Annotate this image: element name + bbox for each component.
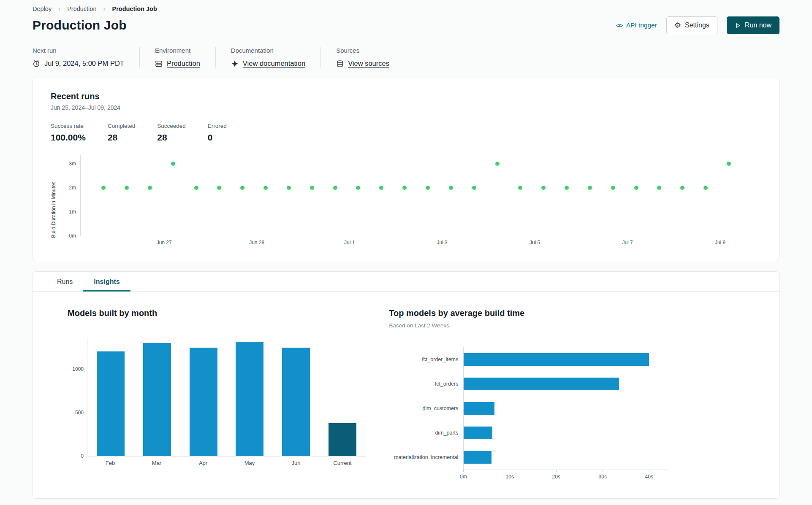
build-duration-scatter-chart: Jun 27Jun 29Jul 1Jul 3Jul 5Jul 7Jul 90m1… (57, 151, 761, 251)
scatter-plot-area: Jun 27Jun 29Jul 1Jul 3Jul 5Jul 7Jul 9 (80, 155, 754, 236)
view-documentation-link[interactable]: View documentation (243, 59, 305, 68)
y-tick-label: 2m (57, 185, 76, 191)
gear-icon: ⚙ (674, 22, 681, 29)
environment-section: Environment Production (139, 47, 215, 68)
top-models-hbar-chart: fct_order_itemsfct_ordersdim_customersdi… (389, 347, 668, 481)
next-run-label: Next run (33, 47, 124, 54)
bar-category-labels: FebMarAprMayJunCurrent (87, 460, 366, 466)
next-run-value: Jul 9, 2024, 5:00 PM PDT (44, 59, 124, 68)
bar-jun (282, 348, 310, 456)
settings-button[interactable]: ⚙ Settings (666, 16, 717, 34)
code-icon: </> (616, 22, 623, 29)
sources-section: Sources View sources (320, 47, 405, 68)
y-tick-label: 0 (68, 453, 84, 459)
category-label: Mar (143, 460, 171, 466)
x-tick-mark (603, 470, 603, 472)
hbar-row: dim_parts (389, 421, 668, 445)
run-data-point (541, 186, 546, 190)
x-tick-mark (649, 470, 649, 472)
x-tick-label: 40s (645, 474, 653, 480)
breadcrumb-deploy[interactable]: Deploy (33, 5, 52, 12)
run-data-point (148, 186, 152, 190)
breadcrumb-current: Production Job (112, 5, 157, 12)
run-data-point (217, 186, 221, 190)
header-actions: </> API trigger ⚙ Settings Run now (616, 16, 779, 34)
tab-runs[interactable]: Runs (46, 272, 83, 291)
breadcrumb: Deploy › Production › Production Job (33, 5, 779, 12)
run-data-point (310, 186, 314, 190)
hbar-row: materialization_incremental (389, 445, 668, 470)
model-name-label: materialization_incremental (389, 454, 463, 460)
run-data-point (611, 186, 615, 190)
models-built-bar-chart: 05001000FebMarAprMayJunCurrent (68, 336, 372, 475)
x-tick-label: Jun 27 (157, 240, 172, 246)
run-data-point (727, 162, 731, 166)
run-data-point (402, 186, 407, 190)
x-tick-label: Jul 7 (622, 240, 633, 246)
model-name-label: dim_parts (389, 430, 463, 436)
y-tick-label: 0m (57, 233, 76, 239)
y-tick-label: 500 (68, 410, 84, 416)
recent-runs-stats: Success rate 100.00% Completed 28 Succee… (51, 123, 761, 143)
bar-mar (143, 343, 171, 456)
run-data-point (703, 186, 708, 190)
hbar-row: fct_orders (389, 372, 668, 396)
recent-runs-title: Recent runs (51, 92, 761, 101)
environment-icon (155, 60, 163, 68)
stat-success-rate: Success rate 100.00% (51, 123, 86, 143)
x-tick-label: Jun 29 (249, 240, 264, 246)
model-name-label: dim_customers (389, 405, 463, 411)
production-job-page: Deploy › Production › Production Job Pro… (0, 0, 812, 499)
hbar-track (463, 396, 668, 421)
x-tick-label: Jul 9 (715, 240, 725, 246)
y-tick-label: 3m (57, 161, 76, 167)
run-data-point (472, 186, 476, 190)
x-tick-label: 10s (506, 474, 514, 480)
bar-may (236, 342, 263, 456)
run-data-point (171, 162, 175, 166)
run-data-point (657, 186, 661, 190)
top-models-subtitle: Based on Last 2 Weeks (389, 322, 766, 329)
run-now-button[interactable]: Run now (727, 16, 779, 34)
model-name-label: fct_order_items (389, 356, 463, 362)
tabs-bar: Runs Insights (33, 272, 779, 292)
insights-card: Runs Insights Models built by month 0500… (33, 271, 779, 499)
environment-link[interactable]: Production (167, 59, 200, 68)
sources-label: Sources (336, 47, 389, 54)
play-icon (735, 22, 741, 29)
run-data-point (565, 186, 569, 190)
x-tick-label: 0m (460, 474, 467, 480)
x-tick-label: 30s (599, 474, 607, 480)
x-tick-label: Jul 3 (437, 240, 447, 246)
run-data-point (449, 186, 453, 190)
hbar-materialization_incremental (464, 451, 492, 464)
hbar-dim_parts (464, 427, 492, 439)
category-label: May (236, 460, 263, 466)
run-data-point (379, 186, 383, 190)
run-data-point (287, 186, 291, 190)
bar-apr (190, 348, 217, 456)
run-data-point (194, 186, 198, 190)
category-label: Current (329, 460, 356, 466)
run-data-point (356, 186, 360, 190)
clock-icon (33, 60, 40, 68)
hbar-dim_customers (464, 402, 494, 415)
hbar-fct_order_items (464, 353, 649, 366)
documentation-label: Documentation (231, 47, 305, 54)
page-title: Production Job (33, 18, 127, 32)
x-tick-label: 20s (552, 474, 560, 480)
view-sources-link[interactable]: View sources (348, 59, 389, 68)
run-now-label: Run now (745, 22, 771, 29)
hbar-track (463, 347, 668, 372)
docs-icon (231, 60, 239, 68)
hbar-row: dim_customers (389, 396, 668, 421)
run-data-point (588, 186, 592, 190)
database-icon (336, 60, 344, 68)
breadcrumb-production[interactable]: Production (67, 5, 96, 12)
run-data-point (101, 186, 106, 190)
tab-insights[interactable]: Insights (83, 272, 130, 291)
api-trigger-link[interactable]: </> API trigger (616, 22, 657, 29)
api-trigger-label: API trigger (626, 22, 657, 29)
run-data-point (634, 186, 638, 190)
run-data-point (125, 186, 129, 190)
